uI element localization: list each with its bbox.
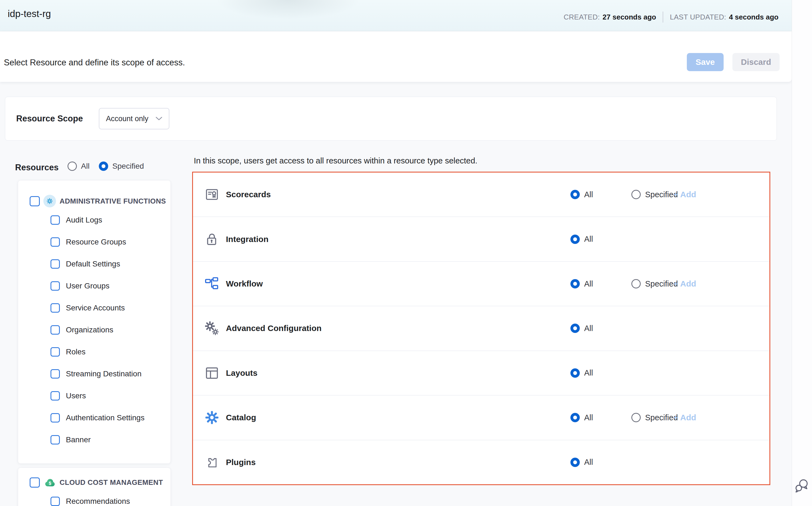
resources-mode-all[interactable]: All: [68, 162, 90, 171]
access-all-option[interactable]: All: [571, 190, 593, 199]
item-checkbox[interactable]: [50, 435, 60, 444]
item-checkbox[interactable]: [50, 216, 60, 225]
scorecard-icon: [205, 188, 219, 201]
item-checkbox[interactable]: [50, 325, 60, 335]
all-radio[interactable]: [571, 190, 580, 199]
resource-item[interactable]: Audit Logs: [50, 209, 168, 231]
resource-group-header: $ CLOUD COST MANAGEMENT: [30, 476, 168, 489]
add-button[interactable]: + Add: [673, 413, 696, 422]
plugin-icon: [205, 455, 219, 469]
all-radio[interactable]: [571, 458, 580, 467]
resource-item[interactable]: Service Accounts: [50, 297, 168, 319]
resource-item[interactable]: Resource Groups: [50, 231, 168, 253]
resource-item[interactable]: Streaming Destination: [50, 363, 168, 385]
specified-radio[interactable]: [631, 413, 641, 422]
access-specified-option[interactable]: Specified: [631, 279, 678, 288]
specified-radio[interactable]: [631, 190, 641, 199]
item-checkbox[interactable]: [50, 369, 60, 378]
workflow-icon: [205, 277, 219, 290]
highlighted-resource-table: Scorecards All Specified + Add Integrati…: [192, 172, 770, 485]
resource-scope-dropdown[interactable]: Account only: [99, 108, 169, 130]
resource-item[interactable]: User Groups: [50, 275, 168, 297]
resource-scope-label: Resource Scope: [16, 114, 83, 123]
resource-type-label: Advanced Configuration: [226, 324, 321, 333]
resources-mode-specified[interactable]: Specified: [99, 162, 144, 171]
page-header: idp-test-rg CREATED: 27 seconds ago LAST…: [0, 0, 792, 31]
mode-radio[interactable]: [99, 162, 108, 171]
resource-type-label: Plugins: [226, 458, 256, 467]
access-all-option[interactable]: All: [571, 413, 593, 422]
resource-type-row: Workflow All Specified + Add: [193, 262, 770, 306]
module-gear-icon: [43, 195, 56, 207]
access-specified-option[interactable]: Specified: [631, 190, 678, 199]
item-checkbox[interactable]: [50, 497, 60, 506]
resources-title: Resources: [15, 163, 59, 172]
meta-divider: [663, 11, 663, 22]
access-specified-option[interactable]: Specified: [631, 413, 678, 422]
add-button[interactable]: + Add: [673, 190, 696, 199]
group-checkbox[interactable]: [30, 478, 40, 488]
toolbar: Select Resource and define its scope of …: [0, 31, 792, 82]
chevron-down-icon: [156, 117, 162, 120]
updated-value: 4 seconds ago: [729, 13, 779, 21]
resource-scope-card: Resource Scope Account only: [5, 97, 777, 141]
gears-icon: [205, 321, 219, 335]
resource-type-row: Layouts All: [193, 351, 770, 396]
item-checkbox[interactable]: [50, 413, 60, 422]
item-checkbox[interactable]: [50, 281, 60, 290]
access-all-option[interactable]: All: [571, 279, 593, 288]
created-label: CREATED:: [564, 13, 600, 21]
all-radio[interactable]: [571, 279, 580, 288]
add-button[interactable]: + Add: [673, 279, 696, 288]
access-all-option[interactable]: All: [571, 235, 593, 244]
resource-group-card: ADMINISTRATIVE FUNCTIONS Audit LogsResou…: [18, 180, 171, 464]
resource-type-row: Integration All: [193, 217, 770, 261]
svg-text:$: $: [48, 481, 51, 486]
resource-item[interactable]: Default Settings: [50, 253, 168, 275]
access-all-option[interactable]: All: [571, 458, 593, 467]
header-sheen: [217, 0, 360, 19]
chat-support-icon[interactable]: [793, 477, 810, 494]
item-checkbox[interactable]: [50, 303, 60, 313]
access-all-option[interactable]: All: [571, 368, 593, 378]
toolbar-description: Select Resource and define its scope of …: [4, 58, 185, 68]
resource-type-row: Catalog All Specified + Add: [193, 396, 770, 440]
resource-item[interactable]: Authentication Settings: [50, 407, 168, 429]
item-checkbox[interactable]: [50, 347, 60, 356]
resource-item[interactable]: Roles: [50, 341, 168, 363]
resource-item[interactable]: Banner: [50, 429, 168, 451]
resource-scope-value: Account only: [106, 114, 148, 123]
resource-group-card: $ CLOUD COST MANAGEMENT Recommendations: [18, 468, 171, 506]
header-meta: CREATED: 27 seconds ago LAST UPDATED: 4 …: [564, 11, 779, 22]
item-checkbox[interactable]: [50, 237, 60, 247]
group-label: CLOUD COST MANAGEMENT: [60, 478, 163, 487]
all-radio[interactable]: [571, 368, 580, 378]
save-button[interactable]: Save: [687, 53, 724, 71]
resource-item[interactable]: Organizations: [50, 319, 168, 341]
all-radio[interactable]: [571, 324, 580, 333]
access-all-option[interactable]: All: [571, 324, 593, 333]
created-value: 27 seconds ago: [603, 13, 656, 21]
mode-radio[interactable]: [68, 162, 77, 171]
resource-type-label: Workflow: [226, 279, 263, 288]
resource-type-label: Catalog: [226, 413, 256, 422]
resource-type-label: Scorecards: [226, 190, 271, 199]
resource-type-label: Integration: [226, 235, 269, 244]
resource-type-row: Plugins All: [193, 440, 770, 484]
group-checkbox[interactable]: [30, 196, 40, 206]
all-radio[interactable]: [571, 413, 580, 422]
cloud-dollar-icon: $: [43, 476, 56, 489]
all-radio[interactable]: [571, 235, 580, 244]
lock-icon: [205, 232, 219, 246]
item-checkbox[interactable]: [50, 259, 60, 269]
resource-item[interactable]: Users: [50, 385, 168, 407]
item-checkbox[interactable]: [50, 391, 60, 401]
resource-group-header: ADMINISTRATIVE FUNCTIONS: [30, 195, 168, 207]
resource-type-label: Layouts: [226, 368, 258, 378]
specified-radio[interactable]: [631, 279, 641, 288]
discard-button[interactable]: Discard: [732, 53, 780, 71]
resource-type-row: Advanced Configuration All: [193, 306, 770, 351]
layout-icon: [205, 366, 219, 380]
scope-info-text: In this scope, users get access to all r…: [194, 156, 477, 165]
resource-item[interactable]: Recommendations: [50, 490, 168, 506]
